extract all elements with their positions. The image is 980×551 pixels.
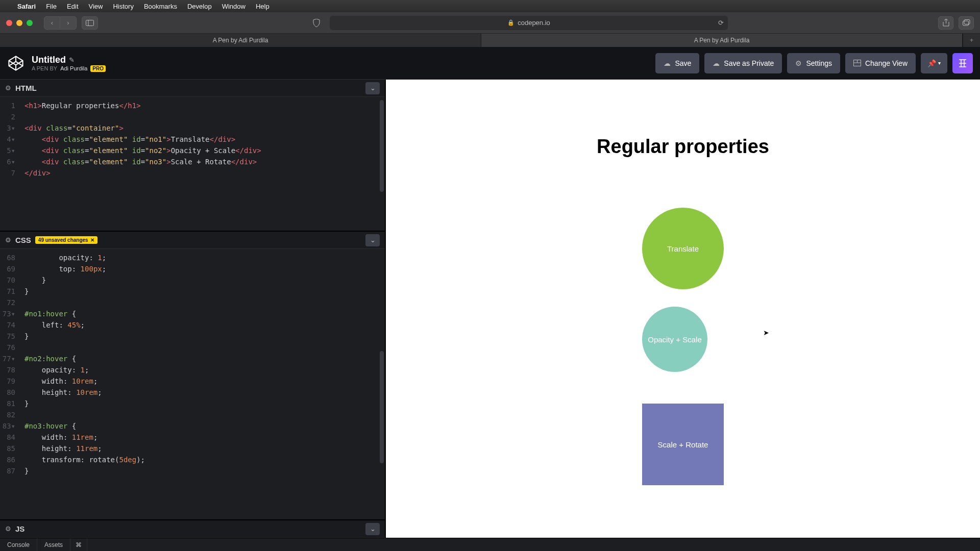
- tab-label: A Pen by Adi Purdila: [694, 37, 750, 44]
- svg-rect-3: [964, 20, 970, 24]
- menu-develop[interactable]: Develop: [187, 3, 212, 10]
- html-panel-header: ⚙ HTML ⌄: [0, 80, 385, 97]
- chevron-down-icon: ⌄: [370, 84, 376, 92]
- chevron-down-icon: ⌄: [370, 236, 376, 244]
- shield-icon: [313, 19, 320, 27]
- menu-window[interactable]: Window: [222, 3, 246, 10]
- sidebar-icon: [86, 20, 94, 26]
- scrollbar-thumb[interactable]: [380, 351, 384, 463]
- minimize-window-icon[interactable]: [16, 20, 22, 26]
- preview-heading: Regular properties: [597, 136, 769, 158]
- panel-menu-button[interactable]: ⌄: [365, 523, 380, 535]
- html-gutter: 123▾4▾5▾6▾7: [0, 97, 19, 231]
- settings-label: Settings: [806, 59, 832, 67]
- fullscreen-window-icon[interactable]: [27, 20, 33, 26]
- js-panel-title: JS: [15, 524, 24, 533]
- chevron-down-icon: ⌄: [370, 525, 376, 533]
- main-area: ⚙ HTML ⌄ 123▾4▾5▾6▾7 <h1>Regular propert…: [0, 80, 980, 538]
- new-tab-button[interactable]: +: [963, 34, 980, 47]
- preview-element-scale-rotate[interactable]: Scale + Rotate: [642, 404, 724, 485]
- menu-bookmarks[interactable]: Bookmarks: [144, 3, 177, 10]
- close-window-icon[interactable]: [6, 20, 12, 26]
- panel-menu-button[interactable]: ⌄: [365, 234, 380, 246]
- menu-history[interactable]: History: [113, 3, 133, 10]
- menu-view[interactable]: View: [89, 3, 103, 10]
- layout-icon: [853, 60, 861, 66]
- nav-arrows: ‹ ›: [44, 16, 77, 30]
- edit-title-icon[interactable]: ✎: [69, 56, 75, 64]
- change-view-button[interactable]: Change View: [845, 53, 916, 73]
- js-panel-header: ⚙ JS ⌄: [0, 520, 385, 538]
- window-controls: [6, 20, 33, 26]
- header-actions: ☁ Save ☁ Save as Private ⚙ Settings Chan…: [655, 53, 973, 73]
- address-bar[interactable]: 🔒 codepen.io ⟳: [330, 16, 728, 30]
- settings-button[interactable]: ⚙ Settings: [787, 53, 840, 73]
- menu-edit[interactable]: Edit: [67, 3, 78, 10]
- byline-prefix: A PEN BY: [32, 65, 57, 71]
- safari-tab-bar: A Pen by Adi Purdila A Pen by Adi Purdil…: [0, 34, 980, 47]
- css-gutter: 686970717273▾74757677▾787980818283▾84858…: [0, 249, 19, 519]
- pin-dropdown-button[interactable]: 📌 ▾: [921, 53, 947, 73]
- preview-element-opacity-scale[interactable]: Opacity + Scale: [642, 307, 707, 372]
- cloud-lock-icon: ☁: [713, 59, 720, 67]
- tabs-overview-button[interactable]: [959, 16, 974, 30]
- css-panel-header: ⚙ CSS 49 unsaved changes✕ ⌄: [0, 232, 385, 249]
- save-button[interactable]: ☁ Save: [655, 53, 699, 73]
- pin-icon: 📌: [927, 59, 936, 67]
- console-tab[interactable]: Console: [0, 538, 37, 551]
- author-link[interactable]: Adi Purdila: [60, 65, 87, 71]
- assets-tab[interactable]: Assets: [37, 538, 70, 551]
- save-private-button[interactable]: ☁ Save as Private: [704, 53, 782, 73]
- change-view-label: Change View: [865, 59, 908, 67]
- gear-icon[interactable]: ⚙: [5, 236, 11, 244]
- lock-icon: 🔒: [507, 19, 514, 26]
- share-icon: [943, 19, 949, 27]
- keyboard-icon: ⌘: [76, 541, 82, 548]
- reload-icon[interactable]: ⟳: [718, 19, 724, 27]
- unsaved-changes-badge[interactable]: 49 unsaved changes✕: [35, 236, 97, 244]
- html-panel: ⚙ HTML ⌄ 123▾4▾5▾6▾7 <h1>Regular propert…: [0, 80, 385, 232]
- menubar-app[interactable]: Safari: [17, 3, 36, 10]
- preview-pane: Regular properties Translate Opacity + S…: [386, 80, 980, 538]
- back-button[interactable]: ‹: [44, 16, 60, 30]
- cloud-icon: ☁: [664, 59, 671, 67]
- url-host: codepen.io: [518, 19, 550, 27]
- preview-element-translate[interactable]: Translate: [642, 208, 724, 289]
- html-editor[interactable]: 123▾4▾5▾6▾7 <h1>Regular properties</h1> …: [0, 97, 385, 231]
- gear-icon[interactable]: ⚙: [5, 84, 11, 92]
- css-editor[interactable]: 686970717273▾74757677▾787980818283▾84858…: [0, 249, 385, 519]
- close-icon[interactable]: ✕: [90, 237, 94, 243]
- menu-file[interactable]: File: [46, 3, 57, 10]
- macos-menubar: Safari File Edit View History Bookmarks …: [0, 0, 980, 12]
- chevron-down-icon: ▾: [938, 60, 941, 66]
- save-private-label: Save as Private: [724, 59, 774, 67]
- safari-toolbar: ‹ › 🔒 codepen.io ⟳: [0, 12, 980, 34]
- html-code[interactable]: <h1>Regular properties</h1> <div class="…: [19, 97, 266, 231]
- codepen-logo-icon[interactable]: [7, 55, 24, 72]
- codepen-footer: Console Assets ⌘: [0, 538, 980, 551]
- editors-column: ⚙ HTML ⌄ 123▾4▾5▾6▾7 <h1>Regular propert…: [0, 80, 386, 538]
- gear-icon: ⚙: [795, 59, 802, 67]
- browser-tab[interactable]: A Pen by Adi Purdila: [0, 34, 481, 47]
- svg-rect-0: [86, 20, 94, 26]
- gear-icon[interactable]: ⚙: [5, 525, 11, 533]
- scrollbar-thumb[interactable]: [380, 100, 384, 192]
- css-panel-title: CSS: [15, 236, 31, 244]
- svg-rect-2: [963, 21, 968, 26]
- pen-title-block: Untitled ✎ A PEN BY Adi Purdila PRO: [32, 55, 106, 72]
- share-button[interactable]: [938, 16, 953, 30]
- menu-help[interactable]: Help: [256, 3, 270, 10]
- avatar-icon: [957, 58, 968, 69]
- forward-button[interactable]: ›: [60, 16, 77, 30]
- sidebar-toggle-button[interactable]: [82, 16, 98, 30]
- pen-title[interactable]: Untitled: [32, 55, 66, 65]
- panel-menu-button[interactable]: ⌄: [365, 82, 380, 94]
- shortcuts-button[interactable]: ⌘: [70, 538, 87, 551]
- save-label: Save: [675, 59, 691, 67]
- profile-avatar-button[interactable]: [952, 53, 973, 73]
- browser-tab[interactable]: A Pen by Adi Purdila: [481, 34, 963, 47]
- privacy-shield-button[interactable]: [308, 16, 325, 30]
- tabs-icon: [963, 19, 970, 26]
- css-code[interactable]: opacity: 1; top: 100px; } } #no1:hover {…: [19, 249, 150, 519]
- tab-label: A Pen by Adi Purdila: [213, 37, 268, 44]
